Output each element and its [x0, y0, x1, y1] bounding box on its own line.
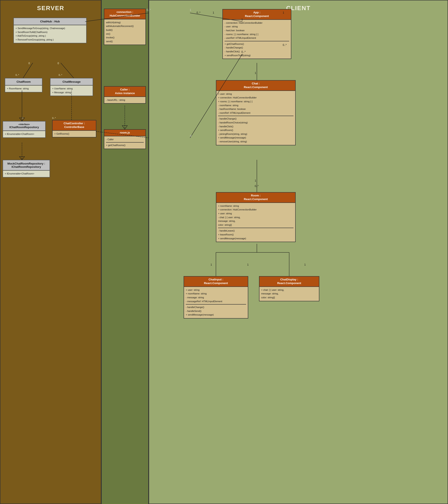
connection-header: connection :HubConnectionBuilder — [104, 9, 146, 19]
chat-method-5: - joiningRoom(string, string) — [218, 132, 294, 136]
chat-prop-4: - roomName: string — [218, 104, 294, 108]
chatinput-body: + user: string + roomName: string - mess… — [184, 287, 248, 318]
chatcontroller-body: + GetRooms() — [53, 131, 96, 137]
client-arrows-svg — [149, 0, 448, 504]
room-header: Room :React.Component — [216, 193, 295, 203]
chatdisplay-prop-3: color: string}] — [261, 296, 317, 300]
connection-body: withUrl(string) withAutomaticReconnect()… — [104, 19, 146, 45]
chatmessage-body: + UserName: string + Message: string — [50, 86, 93, 96]
svg-marker-8 — [122, 126, 127, 129]
chatroom-body: + RoomName: string — [5, 86, 42, 92]
roomjs-box: room.js - Caller + getChatRooms() — [104, 129, 146, 149]
caller-header: Caller :Axios instance — [104, 87, 146, 97]
roomjs-prop: - Caller — [106, 138, 144, 142]
room-method-2: + leaveRoom() — [218, 233, 294, 237]
mult-1-room-right: 1 — [304, 263, 306, 266]
chathub-method-4: + RemoveFromGroup(string ,string ) — [16, 38, 84, 42]
chatmessage-prop-2: + Message: string — [52, 91, 91, 94]
room-prop-3: + user: string — [218, 212, 294, 216]
chathub-header: ChatHub : Hub — [14, 18, 86, 25]
app-prop-4: - rooms: [ { roomName: string } ] — [224, 33, 289, 36]
room-body: + roomName: string + connection: HubConn… — [216, 203, 295, 242]
conn-method-3: build() — [106, 28, 144, 32]
mult-0-right: 0 — [57, 62, 59, 65]
app-method-4: + sendRoomToAll(string) — [224, 54, 289, 57]
room-prop-5: message: string, — [218, 219, 294, 223]
chatroom-box: ChatRoom + RoomName: string — [5, 78, 42, 92]
chat-method-2: - handelRoomChoice(string) — [218, 121, 294, 125]
app-prop-5: - userRef: HTMLInputElement — [224, 36, 289, 40]
app-method-2: - handleChange() — [224, 46, 289, 50]
chatcontroller-method: + GetRooms() — [54, 132, 94, 136]
chatcontroller-header: ChatController :ControllerBase — [53, 120, 96, 131]
room-method-3: + sendMessage(message) — [218, 237, 294, 241]
app-method-3: - handleClick() — [224, 50, 289, 54]
roomjs-method: + getChatRooms() — [106, 144, 144, 147]
room-prop-1: + roomName: string — [218, 204, 294, 208]
chathub-method-2: + SendRoomToAll(ChatRoom) — [16, 30, 84, 34]
app-prop-3: - hasUser: boolean — [224, 29, 289, 33]
middle-arrows-svg — [102, 0, 148, 504]
chat-prop-5: - hasRoomName: boolean — [218, 107, 294, 111]
chatinput-header: ChatInput :React.Component — [184, 277, 248, 287]
chat-body: + user: string + connection: HubConnecti… — [216, 91, 295, 145]
chatinput-prop-3: - message: string — [186, 296, 246, 300]
ichatroom-repo-box: «interface» IChatRoomRepository + IEnume… — [2, 121, 46, 138]
chat-prop-1: + user: string — [218, 92, 294, 96]
conn-method-2: withAutomaticReconnect() — [106, 24, 144, 28]
chat-method-3: - handleClick() — [218, 125, 294, 128]
app-header: App :React.Component — [223, 9, 291, 20]
mult-1-room-left: 1 — [210, 263, 212, 266]
svg-line-1 — [61, 63, 74, 78]
connection-box: connection :HubConnectionBuilder withUrl… — [104, 9, 146, 45]
conn-method-5: invoke() — [106, 36, 144, 40]
client-title: CLIENT — [151, 2, 446, 16]
app-prop-2: - user: string — [224, 25, 289, 29]
app-method-1: + getChatRooms() — [224, 42, 289, 46]
mult-0star-conn: 0..* — [197, 11, 200, 14]
chatinput-prop-1: + user: string — [186, 288, 246, 292]
chat-prop-2: + connection: HubConnectionBuilder — [218, 96, 294, 100]
app-box: App :React.Component - connection: HubCo… — [222, 9, 291, 59]
chatdisplay-prop-1: + chat: [ { user: string, — [261, 288, 317, 292]
chat-method-6: + sendMessage(message) — [218, 136, 294, 140]
chatcontroller-box: ChatController :ControllerBase + GetRoom… — [52, 120, 96, 137]
room-box: Room :React.Component + roomName: string… — [216, 192, 296, 242]
chathub-body: + SendMessageToGroup(string, Chatmessage… — [14, 25, 86, 43]
mult-1-conn-left: 1 — [213, 11, 214, 14]
chat-method-4: + sendRoom() — [218, 128, 294, 132]
chatinput-box: ChatInput :React.Component + user: strin… — [184, 276, 248, 319]
mock-repo-header: MockChatRoomRepository :IChatRoomReposit… — [3, 160, 50, 171]
mult-0-left: 0 — [28, 62, 30, 65]
middle-section: connection :HubConnectionBuilder withUrl… — [101, 0, 149, 504]
conn-method-4: on() — [106, 32, 144, 36]
caller-body: - baseURL:: string — [104, 97, 146, 103]
chat-box: Chat :React.Component + user: string + c… — [216, 80, 296, 145]
chatdisplay-box: ChatDisplay :React.Component + chat: [ {… — [259, 276, 319, 301]
chatinput-method-2: - handleSend() — [186, 309, 246, 313]
chathub-method-1: + SendMessageToGroup(string, Chatmessage… — [16, 26, 84, 30]
mock-repo-body: + IEnumerable<ChatRoom> — [3, 171, 50, 177]
mult-0star-right: 0..* — [59, 74, 62, 76]
chat-prop-6: - roomRef: HTMLInputElement — [218, 111, 294, 115]
chatinput-prop-2: + roomName: string — [186, 292, 246, 296]
mult-0star-app: 0..* — [283, 43, 287, 47]
app-body: - connection: HubConnectionBuilder - use… — [223, 20, 291, 59]
chatroom-header: ChatRoom — [5, 78, 42, 86]
conn-method-1: withUrl(string) — [106, 21, 144, 25]
client-section: CLIENT App :React.Component - connection… — [149, 0, 448, 504]
ichatroom-name: IChatRoomRepository — [4, 126, 44, 129]
ichatroom-body: + IEnumerable<ChatRoom> — [3, 131, 45, 137]
server-title: SERVER — [2, 2, 99, 16]
ichatroom-prop: + IEnumerable<ChatRoom> — [5, 132, 43, 136]
chat-method-1: - handleChange() — [218, 117, 294, 121]
svg-marker-6 — [19, 157, 25, 160]
chatinput-prop-4: - messageRef: HTMLInputElement — [186, 300, 246, 304]
room-prop-2: + connection: HubConnectionBuilder — [218, 208, 294, 212]
caller-box: Caller :Axios instance - baseURL:: strin… — [104, 86, 146, 104]
mult-1-app-chat: 1 — [255, 72, 256, 74]
chatmessage-box: ChatMessage + UserName: string + Message… — [50, 78, 93, 96]
ichatroom-repo-header: «interface» IChatRoomRepository — [3, 122, 45, 131]
ichatroom-stereotype: «interface» — [4, 123, 44, 126]
chatroom-prop-1: + RoomName: string — [7, 87, 40, 91]
